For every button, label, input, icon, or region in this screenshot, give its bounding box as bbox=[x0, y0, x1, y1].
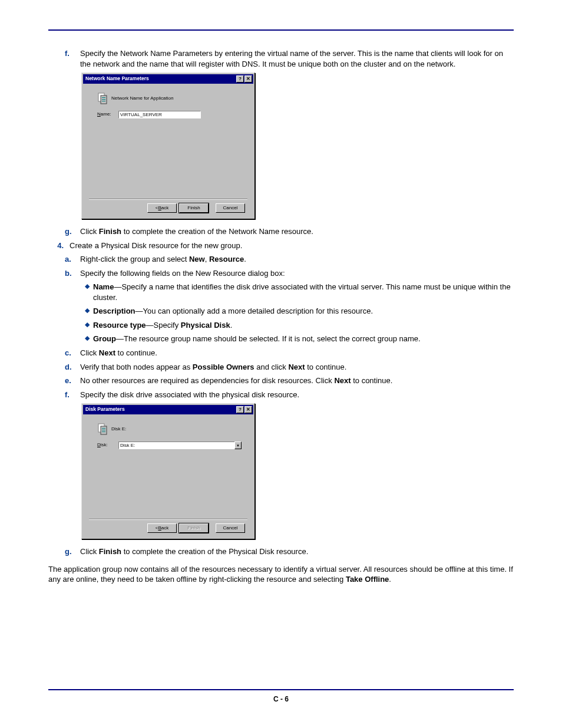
dialog2-subtitle: Disk E: bbox=[111, 426, 126, 433]
bullet-desc: ◆ Description—You can optionally add a m… bbox=[48, 306, 514, 317]
step-4: 4. Create a Physical Disk resource for t… bbox=[48, 241, 514, 251]
close-icon[interactable]: ✕ bbox=[244, 75, 252, 83]
step-f-marker: f. bbox=[65, 48, 80, 69]
step-f2-marker: f. bbox=[65, 390, 80, 400]
step-f-text: Specify the Network Name Parameters by e… bbox=[80, 48, 514, 69]
dialog1-buttons: < Back Finish Cancel bbox=[89, 203, 247, 214]
step-g1-marker: g. bbox=[65, 226, 80, 237]
content-body: f. Specify the Network Name Parameters b… bbox=[48, 48, 514, 585]
disk-label: Disk: bbox=[97, 442, 115, 449]
help-icon[interactable]: ? bbox=[236, 75, 244, 83]
step-g2-marker: g. bbox=[65, 546, 80, 557]
step-f: f. Specify the Network Name Parameters b… bbox=[48, 48, 514, 69]
step-d: d. Verify that both nodes appear as Poss… bbox=[48, 362, 514, 373]
resource-icon bbox=[97, 92, 108, 105]
network-name-dialog: Network Name Parameters ? ✕ Network Name… bbox=[81, 73, 255, 219]
step-d-text: Verify that both nodes appear as Possibl… bbox=[80, 362, 514, 373]
step-b-text: Specify the following fields on the New … bbox=[80, 268, 514, 279]
bullet-type: ◆ Resource type—Specify Physical Disk. bbox=[48, 320, 514, 331]
step-c-text: Click Next to continue. bbox=[80, 348, 514, 358]
disk-parameters-dialog: Disk Parameters ? ✕ Disk E: Disk: bbox=[81, 403, 255, 539]
step-e: e. No other resources are required as de… bbox=[48, 375, 514, 386]
chevron-down-icon[interactable]: ▼ bbox=[234, 442, 242, 449]
svg-rect-4 bbox=[102, 101, 105, 101]
dialog2-titlebar: Disk Parameters ? ✕ bbox=[83, 405, 253, 414]
name-input[interactable] bbox=[118, 111, 201, 118]
close-icon[interactable]: ✕ bbox=[244, 406, 252, 413]
finish-button[interactable]: Finish bbox=[179, 203, 209, 213]
name-label: Name: bbox=[97, 111, 115, 118]
dialog1-subtitle: Network Name for Application bbox=[111, 95, 173, 102]
step-a-text: Right-click the group and select New, Re… bbox=[80, 254, 514, 265]
step-f2-text: Specify the disk drive associated with t… bbox=[80, 390, 514, 400]
svg-rect-3 bbox=[102, 99, 105, 100]
back-button[interactable]: < Back bbox=[147, 523, 177, 533]
diamond-icon: ◆ bbox=[81, 334, 93, 344]
step-a: a. Right-click the group and select New,… bbox=[48, 254, 514, 265]
page-footer: C - 6 bbox=[48, 689, 514, 703]
help-icon[interactable]: ? bbox=[236, 406, 244, 413]
svg-rect-8 bbox=[102, 430, 105, 430]
dialog2-title: Disk Parameters bbox=[85, 406, 236, 413]
step-d-marker: d. bbox=[65, 362, 80, 373]
svg-rect-7 bbox=[102, 428, 105, 429]
bullet-group: ◆ Group—The resource group name should b… bbox=[48, 334, 514, 344]
diamond-icon: ◆ bbox=[81, 320, 93, 331]
dialog1-header-row: Network Name for Application bbox=[89, 88, 247, 111]
dialog2-buttons: < Back Finish Cancel bbox=[89, 523, 247, 534]
step-e-text: No other resources are required as depen… bbox=[80, 375, 514, 386]
step-e-marker: e. bbox=[65, 375, 80, 386]
closing-paragraph: The application group now contains all o… bbox=[48, 564, 514, 585]
step-c: c. Click Next to continue. bbox=[48, 348, 514, 358]
step-b-marker: b. bbox=[65, 268, 80, 279]
top-rule bbox=[48, 29, 514, 31]
finish-button[interactable]: Finish bbox=[179, 523, 209, 533]
disk-field-row: Disk: ▼ bbox=[89, 442, 247, 449]
back-button[interactable]: < Back bbox=[147, 203, 177, 213]
svg-rect-9 bbox=[102, 431, 105, 432]
dialog2-header-row: Disk E: bbox=[89, 419, 247, 442]
disk-dropdown[interactable]: ▼ bbox=[118, 442, 242, 449]
diamond-icon: ◆ bbox=[81, 282, 93, 302]
step-g2: g. Click Finish to complete the creation… bbox=[48, 546, 514, 557]
step-g2-text: Click Finish to complete the creation of… bbox=[80, 546, 514, 557]
svg-rect-2 bbox=[102, 97, 105, 98]
step-a-marker: a. bbox=[65, 254, 80, 265]
step-4-text: Create a Physical Disk resource for the … bbox=[70, 241, 514, 251]
step-4-marker: 4. bbox=[48, 241, 70, 251]
dialog1-titlebar: Network Name Parameters ? ✕ bbox=[83, 74, 253, 84]
diamond-icon: ◆ bbox=[81, 306, 93, 317]
cancel-button[interactable]: Cancel bbox=[216, 203, 245, 213]
step-b: b. Specify the following fields on the N… bbox=[48, 268, 514, 279]
dialog1-title: Network Name Parameters bbox=[85, 75, 236, 82]
step-g1-text: Click Finish to complete the creation of… bbox=[80, 226, 514, 237]
name-field-row: Name: bbox=[89, 111, 247, 118]
step-c-marker: c. bbox=[65, 348, 80, 358]
disk-input[interactable] bbox=[118, 442, 234, 449]
bullet-name: ◆ Name—Specify a name that identifies th… bbox=[48, 282, 514, 302]
resource-icon bbox=[97, 423, 108, 436]
cancel-button[interactable]: Cancel bbox=[216, 523, 245, 533]
step-f2: f. Specify the disk drive associated wit… bbox=[48, 390, 514, 400]
step-g1: g. Click Finish to complete the creation… bbox=[48, 226, 514, 237]
